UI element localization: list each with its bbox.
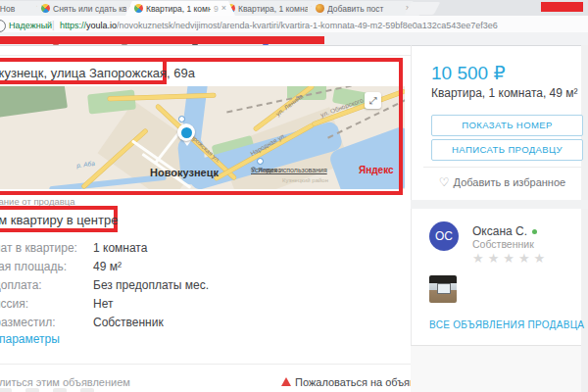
param-value: Без предоплаты мес. <box>93 278 209 292</box>
page-background <box>581 45 588 392</box>
tab-label: Квартира, 1 комната, 4 <box>146 4 211 14</box>
param-label: Кто разместил: <box>0 316 56 329</box>
share-button-icon[interactable] <box>80 388 94 392</box>
page-background <box>411 346 581 392</box>
param-label: Общая площадь: <box>0 260 67 273</box>
listing-subtitle: Квартира, 1 комната, 49 м² <box>431 86 578 100</box>
param-value: Нет <box>93 297 113 311</box>
share-button-icon[interactable] <box>25 388 39 392</box>
thumbnail-window-detail <box>437 283 451 294</box>
livejournal-favicon-icon <box>316 4 324 13</box>
url-domain: youla.io <box>86 21 117 30</box>
card-gap <box>411 200 588 209</box>
param-label: Комиссия: <box>0 297 28 311</box>
share-button-icon[interactable] <box>0 388 12 392</box>
share-listing-label: Поделиться этим объявлением <box>0 376 130 388</box>
listing-title: Сдам квартиру в центре <box>0 213 118 227</box>
seller-name[interactable]: Оксана С. <box>472 224 537 238</box>
rating-stars[interactable]: ★★★★★ <box>472 251 549 266</box>
youla-favicon-icon <box>134 4 143 13</box>
show-number-button[interactable]: ПОКАЗАТЬ НОМЕР <box>431 115 583 136</box>
tab-label: Снять или сдать кварти <box>53 4 126 14</box>
favorite-label: Добавить в избранное <box>454 176 566 188</box>
price: 10 500 ₽ <box>431 62 505 84</box>
param-value: 1 комната <box>93 241 147 255</box>
url-path: /novokuznetsk/nedvijimost/arenda-kvartir… <box>117 21 498 30</box>
annotation-redaction-bookmarks <box>0 36 324 44</box>
listing-thumbnail[interactable] <box>429 275 457 303</box>
youla-favicon-icon <box>41 4 50 13</box>
warning-icon <box>281 377 291 386</box>
param-label: Предоплата: <box>0 278 42 292</box>
divider <box>0 55 411 56</box>
heart-icon: ♡ <box>439 175 450 189</box>
param-value: Собственник <box>93 316 164 329</box>
seller-name-text: Оксана С. <box>472 224 527 238</box>
all-seller-ads-link[interactable]: ВСЕ ОБЪЯВЛЕНИЯ ПРОДАВЦА <box>429 319 584 330</box>
url-text[interactable]: https://youla.io/novokuznetsk/nedvijimos… <box>60 21 498 30</box>
tab-dobavit-post[interactable]: Добавить пост × <box>307 1 419 16</box>
online-status-icon <box>532 229 537 234</box>
tab-kvartira-49-active[interactable]: Квартира, 1 комната, 4 9 × <box>125 1 235 16</box>
seller-role: Собственник <box>472 238 534 250</box>
column-divider <box>411 45 412 345</box>
tab-label: Квартира, 1 комната, 3 <box>238 4 308 14</box>
omnibox-separator: | <box>52 20 55 30</box>
write-seller-button[interactable]: НАПИСАТЬ ПРОДАВЦУ <box>431 139 583 161</box>
tab-label: Добавить пост <box>327 4 403 14</box>
browser-window: — Нов × Снять или сдать кварти × Квартир… <box>0 0 588 392</box>
url-scheme: https:// <box>60 21 86 30</box>
tab-label-suffix: 9 <box>214 4 219 14</box>
add-to-favorites-button[interactable]: ♡Добавить в избранное <box>423 175 581 189</box>
listing-address: Новокузнецк, улица Запорожская, 69а <box>0 66 195 80</box>
close-icon[interactable]: × <box>221 4 226 13</box>
secure-badge[interactable]: Надежный <box>9 21 52 30</box>
all-params-link[interactable]: Все параметры <box>0 332 60 346</box>
param-label: Комнат в квартире: <box>0 241 77 255</box>
divider <box>423 167 581 168</box>
annotation-redaction-window-controls <box>541 2 583 12</box>
share-button-icon[interactable] <box>53 388 67 392</box>
tab-label: — Нов <box>0 4 33 14</box>
param-value: 49 м² <box>93 260 122 273</box>
divider <box>0 364 411 365</box>
seller-avatar[interactable]: ОС <box>429 221 459 251</box>
